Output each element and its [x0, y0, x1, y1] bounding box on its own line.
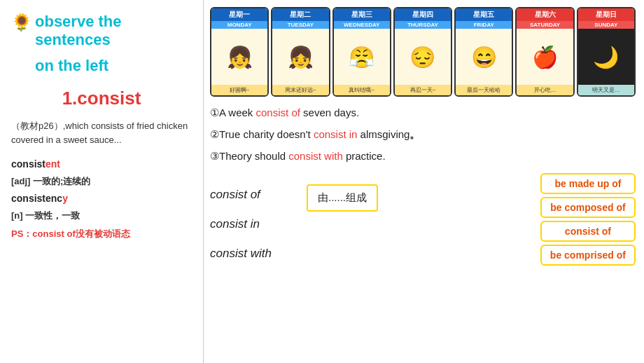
sentence-num: ③: [210, 150, 219, 162]
synonym-box: be comprised of: [540, 245, 636, 266]
sentence-num: ②: [210, 128, 219, 140]
sentence-pre: A week: [219, 107, 256, 118]
sentences: ①A week consist of seven days.②True char…: [210, 105, 636, 170]
word1-block: consistent: [11, 158, 192, 170]
sentence-post: almsgiving: [357, 128, 410, 140]
body-text: （教材p26）,which consists of fried chicken …: [11, 119, 192, 146]
observe-line2: on the left: [35, 57, 192, 75]
synonym-box: be made up of: [540, 173, 636, 194]
synonym-boxes: be made up ofbe composed ofconsist ofbe …: [540, 173, 636, 266]
consist-row: consist of: [210, 180, 301, 210]
sentence: ③Theory should consist with practice.: [210, 149, 636, 163]
word2-block: consistency: [11, 192, 192, 205]
sentence-red: consist of: [256, 107, 300, 118]
heading-word: consist: [77, 88, 141, 109]
calendar-strip: 星期一 MONDAY 👧 好困啊~ 星期二 TUESDAY 👧 周末还好远~ 星…: [210, 7, 636, 97]
day-card: 星期五 FRIDAY 😄 最后一天哈哈: [454, 7, 513, 97]
sentence-red: consist in: [314, 128, 358, 140]
right-panel: 星期一 MONDAY 👧 好困啊~ 星期二 TUESDAY 👧 周末还好远~ 星…: [203, 0, 644, 363]
ps-highlight: consist of没有被动语态: [32, 228, 130, 239]
heading-pre: 1.: [62, 88, 78, 109]
synonym-box: consist of: [540, 221, 636, 242]
consist-heading: 1.consist: [11, 88, 192, 109]
day-card: 星期二 TUESDAY 👧 周末还好远~: [271, 7, 330, 97]
day-card: 星期三 WEDNESDAY 😤 真纠结哦~: [332, 7, 391, 97]
observe-line1: observe the sentences: [35, 13, 192, 50]
left-panel: 🌻 observe the sentences on the left 1.co…: [0, 0, 203, 363]
consist-row: consist in: [210, 210, 301, 239]
zhongwen-box: 由......组成: [307, 184, 378, 212]
sentence: ②True charity doesn't consist in almsgiv…: [210, 127, 636, 142]
sentence-dot: 。: [410, 128, 420, 140]
bottom-section: consist ofconsist inconsist with 由......…: [210, 180, 636, 268]
def2: [n] 一致性，一致: [11, 210, 80, 221]
word1-label: consistent: [11, 158, 60, 170]
sentence-pre: True charity doesn't: [219, 128, 314, 140]
flower-icon: 🌻: [11, 13, 32, 32]
ps-line: PS：consist of没有被动语态: [11, 228, 192, 240]
day-card: 星期一 MONDAY 👧 好困啊~: [210, 7, 269, 97]
sentence-post: seven days.: [300, 107, 359, 118]
sentence: ①A week consist of seven days.: [210, 105, 636, 120]
sentence-post: practice.: [343, 150, 386, 162]
sentence-pre: Theory should: [219, 150, 288, 162]
consist-row: consist with: [210, 239, 301, 268]
def1-block: [adj] 一致的;连续的: [11, 174, 192, 188]
day-card: 星期四 THURSDAY 😔 再忍一天~: [393, 7, 452, 97]
word2-label: consistency: [11, 193, 68, 204]
sentence-red: consist with: [288, 150, 343, 162]
left-divider: [203, 0, 204, 363]
consist-table: consist ofconsist inconsist with: [210, 180, 301, 268]
def1: [adj] 一致的;连续的: [11, 176, 90, 186]
day-card: 星期六 SATURDAY 🍎 开心吃...: [515, 7, 574, 97]
ps-pre: PS：: [11, 228, 32, 239]
main-container: 🌻 observe the sentences on the left 1.co…: [0, 0, 644, 363]
sentence-num: ①: [210, 107, 219, 118]
def2-block: [n] 一致性，一致: [11, 209, 192, 222]
synonym-box: be composed of: [540, 197, 636, 218]
day-card: 星期日 SUNDAY 🌙 明天又是...: [577, 7, 636, 97]
